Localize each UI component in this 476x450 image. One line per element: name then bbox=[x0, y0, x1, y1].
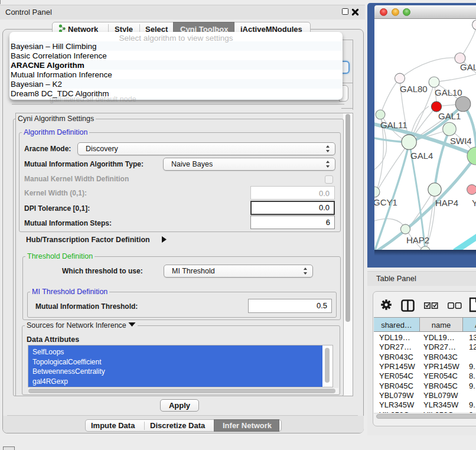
svg-text:GAL7: GAL7 bbox=[460, 62, 476, 72]
svg-text:SWI4: SWI4 bbox=[450, 136, 472, 146]
svg-text:GAL11: GAL11 bbox=[380, 120, 407, 130]
svg-text:GCY1: GCY1 bbox=[374, 197, 397, 207]
svg-text:GAL4: GAL4 bbox=[410, 151, 433, 161]
svg-text:GAL10: GAL10 bbox=[435, 87, 462, 97]
svg-text:GAL1: GAL1 bbox=[438, 111, 461, 121]
svg-text:HAP2: HAP2 bbox=[406, 235, 429, 245]
svg-text:HAP4: HAP4 bbox=[435, 198, 458, 208]
svg-text:YP: YP bbox=[472, 198, 476, 208]
svg-text:GAL80: GAL80 bbox=[400, 84, 428, 94]
